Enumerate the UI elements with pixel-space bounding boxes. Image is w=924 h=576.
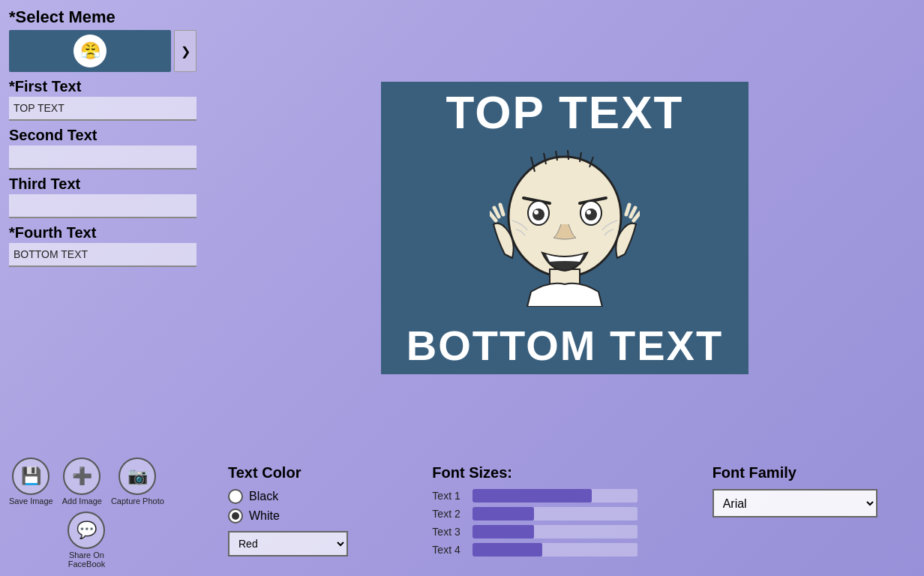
svg-point-12 [534, 210, 538, 214]
save-image-button[interactable]: 💾 Save Image [9, 458, 53, 506]
color-options: Black White [228, 489, 417, 524]
share-icon: 💬 [68, 512, 105, 549]
save-icon: 💾 [12, 458, 50, 495]
settings-row: Text Color Black White Red Blue Green Y [206, 455, 924, 576]
meme-canvas: TOP TEXT [381, 82, 748, 374]
meme-select-area: 😤 ❯ [9, 30, 196, 72]
right-area: TOP TEXT [206, 0, 924, 576]
capture-label: Capture Photo [111, 496, 164, 506]
svg-line-5 [568, 150, 568, 160]
font-size-bar-bg-2 [472, 507, 638, 520]
color-option-white[interactable]: White [228, 508, 417, 524]
svg-line-20 [631, 208, 635, 217]
bottom-actions: 💾 Save Image ➕ Add Image 📷 Capture Photo… [9, 458, 164, 568]
font-size-label-1: Text 1 [432, 490, 468, 502]
font-size-bar-bg-4 [472, 543, 638, 556]
svg-point-11 [532, 208, 544, 220]
color-white-label: White [249, 509, 280, 523]
fourth-text-input[interactable] [9, 243, 196, 267]
color-black-label: Black [249, 490, 278, 503]
font-size-bar-bg-1 [472, 489, 638, 502]
add-image-button[interactable]: ➕ Add Image [62, 458, 102, 506]
font-size-bar-bg-3 [472, 525, 638, 538]
third-text-input[interactable] [9, 194, 196, 218]
meme-image-center [482, 146, 647, 310]
font-size-bar-fill-1[interactable] [472, 489, 591, 502]
third-text-label: Third Text [9, 176, 196, 193]
select-meme-section: *Select Meme 😤 ❯ [9, 8, 196, 72]
fourth-text-label: *Fourth Text [9, 224, 196, 242]
svg-line-18 [500, 205, 503, 214]
first-text-input[interactable] [9, 97, 196, 121]
meme-bottom-text: BOTTOM TEXT [406, 325, 723, 367]
share-facebook-button[interactable]: 💬 Share OnFaceBook [9, 512, 164, 568]
add-icon: ➕ [63, 458, 100, 495]
font-size-row-2: Text 2 [432, 507, 697, 520]
font-size-row-1: Text 1 [432, 489, 697, 502]
radio-white [228, 508, 243, 524]
svg-line-17 [494, 208, 499, 217]
font-size-label-4: Text 4 [432, 544, 468, 556]
color-dropdown[interactable]: Red Blue Green Yellow Orange [228, 531, 348, 556]
font-size-label-3: Text 3 [432, 526, 468, 538]
meme-preview-area: TOP TEXT [206, 0, 924, 455]
third-text-section: Third Text [9, 176, 196, 218]
select-meme-label: *Select Meme [9, 8, 196, 27]
second-text-section: Second Text [9, 127, 196, 170]
svg-point-15 [586, 210, 591, 214]
add-image-label: Add Image [62, 496, 102, 506]
svg-line-16 [490, 213, 496, 220]
meme-thumbnail[interactable]: 😤 [9, 30, 171, 72]
share-label: Share OnFaceBook [68, 550, 106, 568]
font-size-row-3: Text 3 [432, 525, 697, 538]
font-size-row-4: Text 4 [432, 543, 697, 556]
left-panel: *Select Meme 😤 ❯ *First Text Second Text [0, 0, 206, 576]
second-text-input[interactable] [9, 146, 196, 170]
text-color-title: Text Color [228, 464, 417, 482]
action-row-1: 💾 Save Image ➕ Add Image 📷 Capture Photo [9, 458, 164, 506]
meme-top-text: TOP TEXT [446, 89, 684, 136]
camera-icon: 📷 [118, 458, 156, 495]
radio-black [228, 489, 243, 504]
text-color-section: Text Color Black White Red Blue Green Y [220, 464, 424, 556]
save-image-label: Save Image [9, 496, 53, 506]
font-sizes-section: Font Sizes: Text 1 Text 2 Text 3 [424, 464, 704, 561]
font-sizes-title: Font Sizes: [432, 464, 697, 482]
font-size-bar-fill-4[interactable] [472, 543, 542, 556]
first-text-section: *First Text [9, 78, 196, 121]
svg-line-21 [626, 205, 629, 214]
meme-thumb-icon: 😤 [74, 34, 106, 68]
meme-select-btn[interactable]: ❯ [174, 30, 196, 72]
font-size-label-2: Text 2 [432, 508, 468, 520]
first-text-label: *First Text [9, 78, 196, 95]
font-family-select[interactable]: Arial Impact Times New Roman Comic Sans … [712, 489, 878, 518]
font-family-title: Font Family [712, 464, 902, 482]
font-size-bar-fill-2[interactable] [472, 507, 533, 520]
meme-face-svg [490, 149, 640, 307]
font-size-bar-fill-3[interactable] [472, 525, 533, 538]
color-option-black[interactable]: Black [228, 489, 417, 504]
svg-line-19 [634, 213, 640, 220]
capture-photo-button[interactable]: 📷 Capture Photo [111, 458, 164, 506]
svg-point-14 [585, 208, 597, 220]
second-text-label: Second Text [9, 127, 196, 144]
font-family-section: Font Family Arial Impact Times New Roman… [705, 464, 909, 518]
fourth-text-section: *Fourth Text [9, 224, 196, 267]
